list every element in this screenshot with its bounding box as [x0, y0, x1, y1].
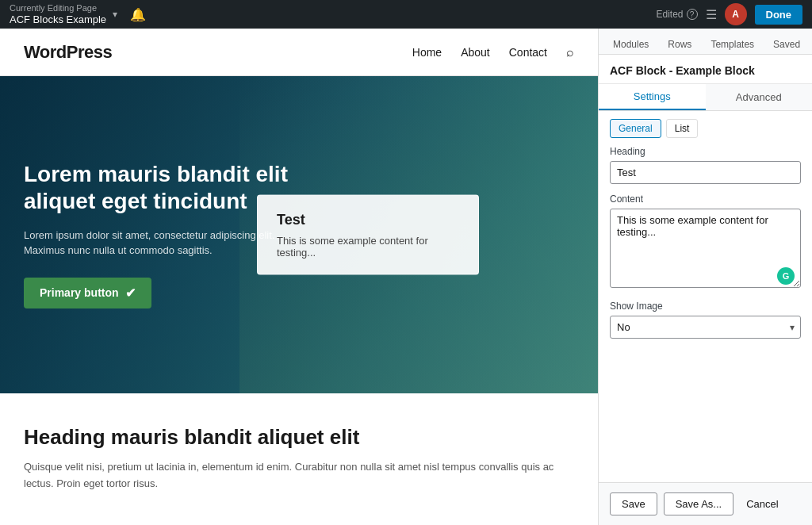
- content-textarea[interactable]: This is some example content for testing…: [610, 209, 801, 288]
- below-hero: Heading mauris blandit aliquet elit Quis…: [0, 393, 598, 524]
- heading-field-group: Heading: [599, 146, 812, 194]
- section-text: Quisque velit nisi, pretium ut lacinia i…: [24, 459, 574, 492]
- show-image-select[interactable]: No Yes: [610, 316, 801, 339]
- site-nav: Home About Contact ⌕: [412, 45, 574, 59]
- chevron-down-icon[interactable]: ▾: [113, 9, 117, 20]
- sub-tab-general[interactable]: General: [610, 119, 661, 138]
- show-image-select-wrapper: No Yes ▾: [610, 316, 801, 339]
- main-wrapper: WordPress Home About Contact ⌕ Lorem mau…: [0, 29, 812, 525]
- site-header: WordPress Home About Contact ⌕: [0, 29, 598, 76]
- settings-advanced-tabs: Settings Advanced: [599, 84, 812, 111]
- nav-about[interactable]: About: [461, 46, 490, 59]
- save-button[interactable]: Save: [610, 492, 657, 515]
- show-image-field-group: Show Image No Yes ▾: [599, 301, 812, 348]
- nav-home[interactable]: Home: [412, 46, 442, 59]
- content-field-group: Content This is some example content for…: [599, 194, 812, 301]
- panel-spacer: [599, 348, 812, 482]
- hero-section: Lorem mauris blandit elit aliquet eget t…: [0, 76, 598, 393]
- tab-settings[interactable]: Settings: [599, 84, 706, 110]
- preview-area: WordPress Home About Contact ⌕ Lorem mau…: [0, 29, 598, 525]
- textarea-wrapper: This is some example content for testing…: [610, 209, 801, 291]
- admin-bar-page-info: Currently Editing Page ACF Blocks Exampl…: [10, 3, 106, 25]
- block-title: ACF Block - Example Block: [599, 55, 812, 84]
- show-image-label: Show Image: [610, 301, 801, 312]
- currently-editing-label: Currently Editing Page: [10, 3, 106, 13]
- right-panel: Modules Rows Templates Saved ACF Block -…: [598, 29, 812, 525]
- admin-bar: Currently Editing Page ACF Blocks Exampl…: [0, 0, 812, 29]
- save-as-button[interactable]: Save As...: [664, 492, 734, 515]
- heading-label: Heading: [610, 146, 801, 157]
- section-heading: Heading mauris blandit aliquet elit: [24, 425, 574, 450]
- tab-advanced[interactable]: Advanced: [706, 84, 813, 110]
- sub-tab-list[interactable]: List: [666, 119, 699, 138]
- list-icon[interactable]: ☰: [706, 7, 717, 22]
- acf-card-title: Test: [277, 212, 459, 228]
- content-label: Content: [610, 194, 801, 205]
- bell-icon[interactable]: 🔔: [130, 7, 146, 22]
- site-logo: WordPress: [24, 42, 112, 63]
- done-button[interactable]: Done: [755, 5, 803, 25]
- admin-bar-left: Currently Editing Page ACF Blocks Exampl…: [10, 3, 146, 25]
- acf-block-card: Test This is some example content for te…: [257, 195, 479, 275]
- edited-badge: Edited ?: [656, 9, 697, 20]
- acf-card-text: This is some example content for testing…: [277, 235, 459, 259]
- page-title: ACF Blocks Example: [10, 13, 106, 25]
- avatar: A: [725, 3, 747, 25]
- tab-saved[interactable]: Saved: [765, 35, 808, 54]
- panel-footer: Save Save As... Cancel: [599, 482, 812, 525]
- admin-bar-right: Edited ? ☰ A Done: [656, 3, 802, 25]
- tab-templates[interactable]: Templates: [703, 35, 762, 54]
- heading-input[interactable]: [610, 161, 801, 184]
- tab-modules[interactable]: Modules: [605, 35, 657, 54]
- panel-tabs-row: Modules Rows Templates Saved: [599, 29, 812, 55]
- grammarly-icon: G: [777, 267, 795, 285]
- tab-rows[interactable]: Rows: [660, 35, 699, 54]
- check-icon: ✔: [125, 285, 136, 301]
- nav-contact[interactable]: Contact: [509, 46, 547, 59]
- search-icon[interactable]: ⌕: [566, 45, 574, 59]
- sub-tabs: General List: [599, 111, 812, 146]
- info-icon: ?: [687, 9, 698, 20]
- cancel-button[interactable]: Cancel: [740, 493, 784, 515]
- primary-button[interactable]: Primary button ✔: [24, 278, 151, 308]
